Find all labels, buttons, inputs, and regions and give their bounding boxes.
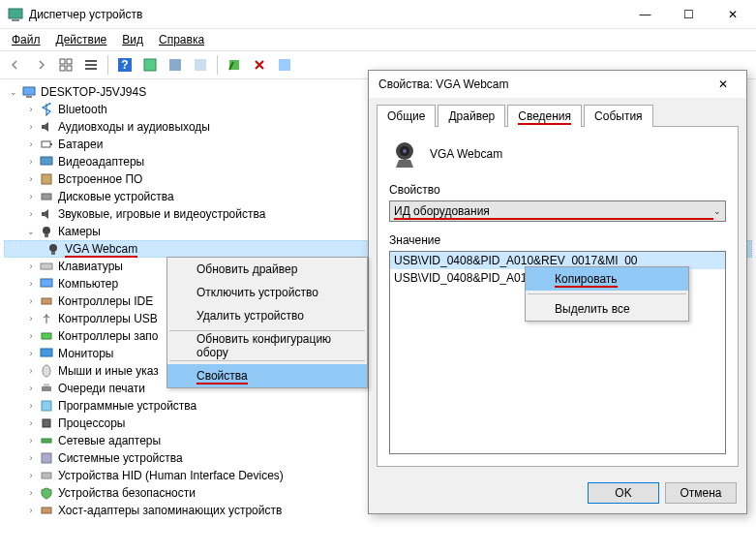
menu-file[interactable]: Файл: [4, 31, 48, 48]
svg-rect-5: [67, 66, 72, 71]
expand-icon[interactable]: ›: [25, 383, 37, 394]
expand-icon[interactable]: ›: [25, 330, 37, 342]
expand-icon[interactable]: ›: [25, 278, 37, 290]
storage-icon: [39, 328, 54, 344]
expand-icon[interactable]: ›: [25, 191, 37, 202]
expand-icon[interactable]: ›: [25, 208, 37, 220]
menu-help[interactable]: Справка: [151, 31, 212, 48]
collapse-icon[interactable]: ⌄: [25, 226, 37, 237]
expand-icon[interactable]: ›: [25, 295, 37, 307]
menu-view[interactable]: Вид: [114, 31, 151, 48]
tab-details[interactable]: Сведения: [507, 105, 582, 127]
computer-icon: [21, 84, 37, 100]
computer-icon: [39, 276, 54, 292]
expand-icon[interactable]: ›: [25, 348, 37, 359]
expand-icon[interactable]: ›: [25, 400, 37, 412]
ok-button[interactable]: OK: [588, 482, 659, 504]
context-properties[interactable]: Свойства: [167, 364, 367, 387]
expand-icon[interactable]: ›: [25, 417, 37, 429]
menu-action[interactable]: Действие: [48, 31, 115, 48]
toolbar-icon-3[interactable]: [164, 53, 187, 77]
svg-rect-0: [9, 9, 22, 18]
tab-general[interactable]: Общие: [377, 105, 436, 127]
cancel-button[interactable]: Отмена: [665, 482, 737, 504]
property-combobox[interactable]: ИД оборудования ⌄: [389, 200, 726, 222]
context-copy[interactable]: Копировать: [526, 267, 688, 291]
battery-icon: [39, 137, 54, 152]
refresh-icon[interactable]: [273, 53, 296, 77]
scan-icon[interactable]: [138, 53, 162, 77]
expand-icon[interactable]: ›: [25, 121, 37, 133]
expand-icon[interactable]: ›: [25, 138, 37, 150]
expand-icon[interactable]: ›: [25, 156, 37, 168]
context-disable-device[interactable]: Отключить устройство: [167, 281, 367, 304]
svg-rect-29: [42, 298, 51, 304]
context-select-all[interactable]: Выделить все: [526, 297, 688, 321]
svg-rect-11: [144, 59, 156, 71]
context-uninstall-device[interactable]: Удалить устройство: [167, 304, 367, 327]
expand-icon[interactable]: ›: [25, 104, 37, 115]
toolbar-grid-icon[interactable]: [54, 53, 77, 77]
forward-button[interactable]: [29, 53, 52, 77]
expand-icon[interactable]: ›: [25, 173, 37, 185]
collapse-icon[interactable]: ⌄: [8, 86, 19, 98]
disk-icon: [39, 189, 54, 204]
svg-point-43: [403, 149, 407, 153]
listbox-context-menu: Копировать Выделить все: [525, 266, 689, 322]
help-icon[interactable]: ?: [113, 53, 136, 77]
toolbar-icon-4[interactable]: [189, 53, 212, 77]
enable-icon[interactable]: [223, 53, 246, 77]
expand-icon[interactable]: ›: [25, 435, 37, 446]
svg-text:?: ?: [121, 58, 128, 72]
dialog-close-button[interactable]: ✕: [704, 73, 742, 96]
svg-rect-40: [42, 508, 51, 513]
svg-rect-6: [85, 60, 97, 62]
svg-rect-18: [42, 141, 50, 147]
svg-rect-27: [41, 263, 52, 269]
tab-events[interactable]: События: [584, 105, 653, 127]
svg-rect-21: [42, 174, 51, 184]
svg-rect-1: [12, 19, 19, 21]
expand-icon[interactable]: ›: [25, 452, 37, 464]
svg-rect-2: [60, 59, 65, 64]
context-scan-hardware[interactable]: Обновить конфигурацию обору: [167, 334, 367, 357]
expand-icon[interactable]: ›: [25, 470, 37, 481]
tab-driver[interactable]: Драйвер: [438, 105, 505, 127]
monitor-icon: [39, 346, 54, 361]
maximize-button[interactable]: ☐: [667, 1, 711, 28]
expand-icon[interactable]: ›: [25, 505, 37, 516]
svg-rect-13: [195, 59, 206, 71]
minimize-button[interactable]: —: [623, 1, 667, 28]
svg-rect-30: [42, 333, 51, 339]
mouse-icon: [39, 363, 54, 379]
back-button[interactable]: [4, 53, 27, 77]
svg-rect-20: [41, 157, 52, 165]
svg-rect-15: [279, 59, 290, 71]
toolbar-separator: [107, 55, 108, 75]
network-icon: [39, 433, 54, 448]
svg-rect-31: [41, 349, 52, 356]
close-button[interactable]: ✕: [711, 1, 754, 28]
delete-icon[interactable]: [248, 53, 271, 77]
hid-icon: [39, 468, 54, 483]
expand-icon[interactable]: ›: [25, 313, 37, 324]
dialog-titlebar[interactable]: Свойства: VGA Webcam ✕: [369, 71, 746, 98]
usb-icon: [39, 311, 54, 326]
toolbar-list-icon[interactable]: [79, 53, 103, 77]
svg-rect-38: [42, 453, 51, 463]
context-update-driver[interactable]: Обновить драйвер: [167, 258, 367, 281]
expand-icon[interactable]: ›: [25, 261, 37, 272]
expand-icon[interactable]: ›: [25, 365, 37, 377]
dialog-title: Свойства: VGA Webcam: [378, 77, 704, 91]
menubar: Файл Действие Вид Справка: [0, 29, 756, 50]
expand-icon[interactable]: ›: [25, 487, 37, 499]
svg-rect-12: [169, 59, 181, 71]
svg-rect-28: [41, 279, 52, 287]
svg-point-25: [49, 244, 57, 252]
audio-icon: [39, 119, 54, 135]
system-icon: [39, 450, 54, 466]
camera-icon: [45, 241, 61, 257]
svg-rect-17: [26, 96, 32, 98]
svg-rect-34: [44, 384, 49, 386]
svg-rect-3: [67, 59, 72, 64]
